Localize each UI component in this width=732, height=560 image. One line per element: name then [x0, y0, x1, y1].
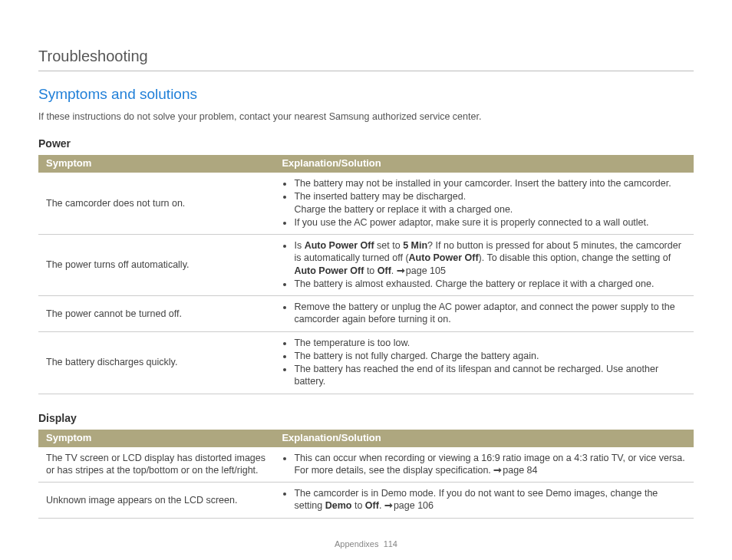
solution-cell: Is Auto Power Off set to 5 Min? If no bu…	[274, 235, 694, 296]
footer-section: Appendixes	[335, 539, 379, 548]
footer-page: 114	[384, 539, 397, 548]
table-row: Unknown image appears on the LCD screen.…	[38, 483, 694, 519]
symptom-cell: The power turns off automatically.	[38, 235, 274, 296]
symptom-cell: The power cannot be turned off.	[38, 296, 274, 332]
solution-cell: Remove the battery or unplug the AC powe…	[274, 296, 694, 332]
table-row: The power turns off automatically. Is Au…	[38, 235, 694, 296]
intro-text: If these instructions do not solve your …	[38, 110, 694, 123]
th-symptom: Symptom	[38, 155, 274, 173]
symptom-cell: The TV screen or LCD display has distort…	[38, 447, 274, 483]
th-symptom: Symptom	[38, 430, 274, 447]
subheading-power: Power	[38, 137, 694, 150]
chapter-title: Troubleshooting	[38, 46, 694, 71]
symptom-cell: The battery discharges quickly.	[38, 331, 274, 394]
page-footer: Appendixes 114	[0, 539, 732, 549]
page: Troubleshooting Symptoms and solutions I…	[0, 0, 732, 560]
th-solution: Explanation/Solution	[274, 155, 694, 173]
section-heading: Symptoms and solutions	[38, 85, 694, 104]
subheading-display: Display	[38, 411, 694, 425]
symptom-cell: The camcorder does not turn on.	[38, 173, 274, 235]
solution-cell: This can occur when recording or viewing…	[274, 447, 694, 483]
table-row: The camcorder does not turn on. The batt…	[38, 173, 694, 235]
table-row: The TV screen or LCD display has distort…	[38, 447, 694, 483]
symptom-cell: Unknown image appears on the LCD screen.	[38, 483, 274, 519]
solution-cell: The camcorder is in Demo mode. If you do…	[274, 483, 694, 519]
solution-cell: The battery may not be installed in your…	[274, 173, 694, 235]
th-solution: Explanation/Solution	[274, 430, 694, 447]
solution-cell: The temperature is too low.The battery i…	[274, 331, 694, 394]
table-row: The power cannot be turned off. Remove t…	[38, 296, 694, 332]
display-table: Symptom Explanation/Solution The TV scre…	[38, 430, 694, 519]
power-table: Symptom Explanation/Solution The camcord…	[38, 155, 694, 394]
table-row: The battery discharges quickly. The temp…	[38, 331, 694, 394]
